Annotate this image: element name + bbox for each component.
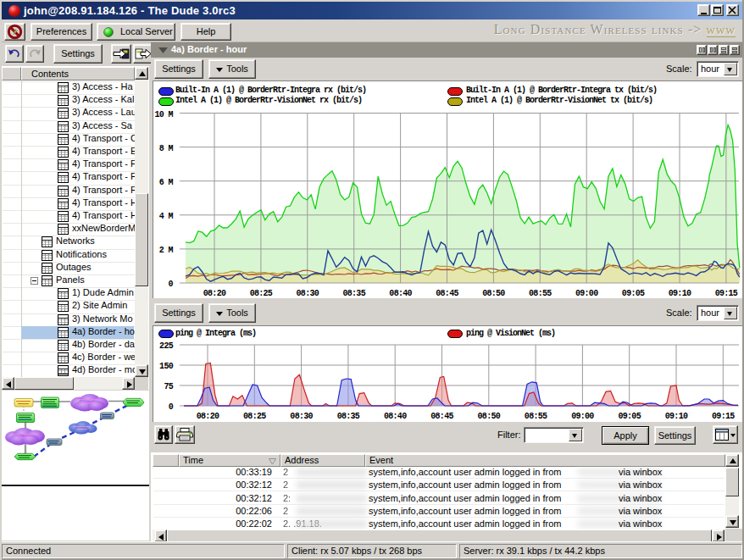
svg-text:08:20: 08:20 xyxy=(203,289,226,298)
svg-text:09:00: 09:00 xyxy=(575,289,598,298)
svg-text:8 M: 8 M xyxy=(159,144,174,153)
svg-text:08:25: 08:25 xyxy=(243,412,266,421)
svg-text:08:50: 08:50 xyxy=(478,412,501,421)
svg-text:08:35: 08:35 xyxy=(342,289,365,298)
svg-text:08:40: 08:40 xyxy=(389,289,412,298)
svg-text:08:55: 08:55 xyxy=(529,289,552,298)
svg-text:09:05: 09:05 xyxy=(618,412,641,421)
svg-text:09:00: 09:00 xyxy=(571,412,594,421)
svg-text:09:10: 09:10 xyxy=(665,412,688,421)
svg-text:08:25: 08:25 xyxy=(250,289,273,298)
svg-text:09:10: 09:10 xyxy=(669,289,691,298)
svg-text:225: 225 xyxy=(159,341,174,351)
svg-text:4 M: 4 M xyxy=(159,212,174,221)
svg-text:0: 0 xyxy=(169,402,174,412)
svg-text:0: 0 xyxy=(169,280,174,289)
svg-text:09:15: 09:15 xyxy=(712,412,735,421)
svg-text:10 M: 10 M xyxy=(154,110,173,119)
svg-text:09:15: 09:15 xyxy=(715,289,738,298)
svg-text:09:05: 09:05 xyxy=(622,289,645,298)
svg-text:6 M: 6 M xyxy=(159,178,174,187)
svg-text:08:35: 08:35 xyxy=(337,412,360,421)
svg-text:08:20: 08:20 xyxy=(197,412,219,421)
svg-text:08:50: 08:50 xyxy=(482,289,505,298)
svg-text:08:30: 08:30 xyxy=(290,412,313,421)
svg-text:08:45: 08:45 xyxy=(430,412,453,421)
svg-text:08:40: 08:40 xyxy=(384,412,407,421)
svg-text:75: 75 xyxy=(164,382,173,391)
svg-text:08:45: 08:45 xyxy=(436,289,458,298)
svg-text:2 M: 2 M xyxy=(159,246,174,255)
svg-text:08:55: 08:55 xyxy=(525,412,547,421)
svg-text:150: 150 xyxy=(159,362,174,371)
svg-text:08:30: 08:30 xyxy=(297,289,319,298)
